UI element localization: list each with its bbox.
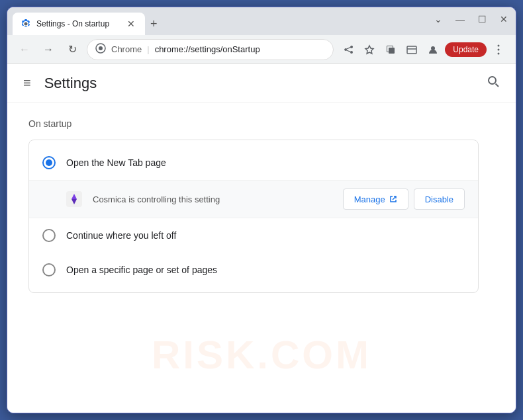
address-brand: Chrome bbox=[111, 44, 142, 54]
extension-control-text: Cosmica is controlling this setting bbox=[93, 194, 332, 204]
option-row-specific[interactable]: Open a specific page or set of pages bbox=[29, 253, 478, 287]
extensions-button[interactable] bbox=[381, 40, 400, 59]
active-tab[interactable]: Settings - On startup ✕ bbox=[13, 13, 145, 35]
settings-content: On startup Open the New Tab page bbox=[7, 103, 516, 309]
back-button[interactable]: ← bbox=[15, 40, 34, 59]
option-row-continue[interactable]: Continue where you left off bbox=[29, 218, 478, 253]
svg-rect-2 bbox=[407, 46, 416, 54]
settings-header: ≡ Settings bbox=[7, 64, 516, 103]
chrome-menu-button[interactable] bbox=[489, 40, 508, 59]
extension-control-row: Cosmica is controlling this setting Mana… bbox=[29, 180, 478, 218]
reload-button[interactable]: ↻ bbox=[63, 40, 81, 59]
extension-action-buttons: Manage Disable bbox=[343, 189, 465, 210]
share-button[interactable] bbox=[339, 40, 357, 59]
address-url: chrome://settings/onStartup bbox=[155, 44, 326, 54]
browser-window: Settings - On startup ✕ + ⌄ — ☐ ✕ ← → ↻ … bbox=[7, 7, 516, 413]
new-tab-button[interactable]: + bbox=[145, 15, 163, 34]
tab-view-button[interactable] bbox=[403, 40, 421, 59]
option-label-specific: Open a specific page or set of pages bbox=[66, 265, 465, 275]
tab-close-button[interactable]: ✕ bbox=[125, 18, 137, 30]
search-button[interactable] bbox=[484, 72, 502, 94]
tab-favicon bbox=[21, 19, 31, 29]
settings-page: PC RISK.COM ≡ Settings On startup bbox=[7, 64, 516, 413]
update-button[interactable]: Update bbox=[445, 42, 487, 57]
radio-continue[interactable] bbox=[42, 229, 56, 242]
option-label-new-tab: Open the New Tab page bbox=[66, 157, 465, 168]
page-content: PC RISK.COM ≡ Settings On startup bbox=[7, 64, 516, 413]
address-bar[interactable]: Chrome | chrome://settings/onStartup bbox=[87, 39, 334, 60]
radio-new-tab[interactable] bbox=[42, 156, 56, 169]
option-row-new-tab[interactable]: Open the New Tab page bbox=[29, 146, 478, 180]
svg-point-4 bbox=[498, 44, 500, 46]
forward-button[interactable]: → bbox=[39, 40, 58, 59]
radio-specific[interactable] bbox=[42, 263, 56, 276]
watermark-bottom: RISK.COM bbox=[152, 332, 371, 378]
svg-marker-1 bbox=[365, 46, 373, 54]
settings-menu-button[interactable]: ≡ bbox=[21, 73, 34, 93]
dropdown-button[interactable]: ⌄ bbox=[432, 13, 445, 26]
svg-point-6 bbox=[498, 52, 500, 54]
external-link-icon bbox=[389, 195, 397, 203]
option-label-continue: Continue where you left off bbox=[66, 230, 465, 241]
close-button[interactable]: ✕ bbox=[497, 13, 510, 26]
tab-title: Settings - On startup bbox=[36, 19, 120, 28]
address-chrome-icon bbox=[95, 43, 106, 56]
section-title: On startup bbox=[28, 118, 495, 129]
toolbar-actions: Update bbox=[339, 40, 508, 59]
bookmark-button[interactable] bbox=[360, 40, 379, 59]
minimize-button[interactable]: — bbox=[453, 13, 467, 26]
window-controls: ⌄ — ☐ ✕ bbox=[432, 13, 510, 26]
maximize-button[interactable]: ☐ bbox=[475, 13, 489, 26]
options-card: Open the New Tab page Cosmica is control… bbox=[28, 140, 479, 293]
profile-button[interactable] bbox=[424, 40, 442, 59]
address-divider: | bbox=[147, 44, 149, 54]
disable-button[interactable]: Disable bbox=[414, 189, 465, 210]
page-title: Settings bbox=[44, 75, 484, 92]
svg-point-5 bbox=[498, 48, 500, 50]
title-bar: Settings - On startup ✕ + ⌄ — ☐ ✕ bbox=[7, 7, 516, 35]
manage-button[interactable]: Manage bbox=[343, 189, 408, 210]
svg-point-7 bbox=[489, 77, 496, 84]
extension-icon bbox=[66, 191, 82, 207]
toolbar: ← → ↻ Chrome | chrome://settings/onStart… bbox=[7, 35, 516, 64]
